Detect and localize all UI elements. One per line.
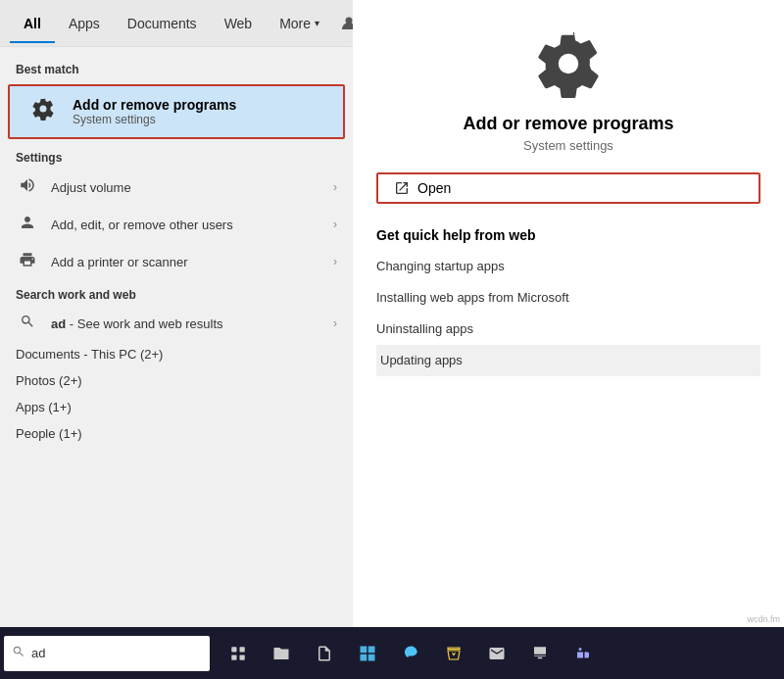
tabs-bar: All Apps Documents Web More ▾ xyxy=(0,0,353,47)
item-label-adjust-volume: Adjust volume xyxy=(51,180,321,195)
best-match-title: Add or remove programs xyxy=(73,97,236,113)
taskbar-search-icon xyxy=(12,645,25,661)
tab-all-label: All xyxy=(24,16,41,31)
open-button[interactable]: Open xyxy=(376,172,760,204)
monitor-btn[interactable] xyxy=(519,636,561,671)
list-item-adjust-volume[interactable]: Adjust volume › xyxy=(0,169,353,206)
mail-btn[interactable] xyxy=(476,636,517,671)
search-web-label: Search work and web xyxy=(0,280,353,306)
open-icon xyxy=(394,180,410,196)
list-item-add-printer[interactable]: Add a printer or scanner › xyxy=(0,243,353,280)
windows-btn[interactable] xyxy=(347,636,388,671)
printer-icon xyxy=(16,251,39,272)
tab-documents[interactable]: Documents xyxy=(114,4,211,43)
tab-more[interactable]: More ▾ xyxy=(266,4,333,43)
tab-web-label: Web xyxy=(224,16,253,31)
left-panel: All Apps Documents Web More ▾ xyxy=(0,0,353,627)
users-icon xyxy=(16,214,39,235)
svg-rect-1 xyxy=(231,647,236,652)
quick-help-item-2[interactable]: Uninstalling apps xyxy=(376,314,760,345)
store-icon xyxy=(445,645,463,662)
search-web-item-label: ad - See work and web results xyxy=(51,316,321,331)
svg-rect-5 xyxy=(361,646,368,653)
search-web-icon xyxy=(16,314,39,333)
gear-icon-small xyxy=(25,96,61,127)
best-match-item[interactable]: Add or remove programs System settings xyxy=(8,84,345,139)
chevron-right-icon: › xyxy=(333,180,337,194)
monitor-icon xyxy=(531,645,549,662)
taskview-icon-btn[interactable] xyxy=(218,636,259,671)
tab-web[interactable]: Web xyxy=(211,4,267,43)
edge-btn[interactable] xyxy=(390,636,431,671)
edge-icon xyxy=(402,645,419,662)
notepad-icon xyxy=(316,645,333,662)
item-label-add-users: Add, edit, or remove other users xyxy=(51,218,321,232)
tab-apps[interactable]: Apps xyxy=(55,4,114,43)
svg-rect-2 xyxy=(240,647,245,652)
teams-icon xyxy=(574,645,592,662)
svg-rect-3 xyxy=(231,655,236,659)
documents-section[interactable]: Documents - This PC (2+) xyxy=(0,341,353,367)
people-section[interactable]: People (1+) xyxy=(0,420,353,447)
taskview-icon xyxy=(229,645,247,662)
best-match-subtitle: System settings xyxy=(73,113,236,126)
detail-title: Add or remove programs xyxy=(376,114,760,134)
search-suffix: - See work and web results xyxy=(66,316,222,331)
chevron-right-icon-4: › xyxy=(333,316,337,330)
taskbar-icons xyxy=(218,636,604,671)
svg-rect-8 xyxy=(368,654,375,660)
left-content: Best match Add or remove programs System… xyxy=(0,47,353,627)
best-match-text: Add or remove programs System settings xyxy=(73,97,236,126)
taskbar-search-box[interactable] xyxy=(4,636,210,671)
file-explorer-btn[interactable] xyxy=(261,636,302,671)
detail-subtitle: System settings xyxy=(376,138,760,153)
watermark: wcdn.fm xyxy=(747,614,780,624)
store-btn[interactable] xyxy=(433,636,474,671)
settings-label: Settings xyxy=(0,143,353,169)
taskbar xyxy=(0,627,784,679)
right-panel: Add or remove programs System settings O… xyxy=(353,0,784,627)
quick-help-item-3[interactable]: Updating apps xyxy=(376,345,760,376)
tab-all[interactable]: All xyxy=(10,4,55,43)
svg-rect-4 xyxy=(240,655,245,659)
svg-rect-7 xyxy=(361,654,368,660)
photos-section[interactable]: Photos (2+) xyxy=(0,367,353,394)
tab-apps-label: Apps xyxy=(69,16,100,31)
quick-help-item-1[interactable]: Installing web apps from Microsoft xyxy=(376,282,760,314)
detail-icon-area xyxy=(376,29,760,98)
chevron-right-icon-2: › xyxy=(333,218,337,231)
apps-section[interactable]: Apps (1+) xyxy=(0,394,353,420)
notepad-btn[interactable] xyxy=(304,636,345,671)
item-label-add-printer: Add a printer or scanner xyxy=(51,255,321,269)
open-btn-label: Open xyxy=(417,180,451,196)
quick-help-item-0[interactable]: Changing startup apps xyxy=(376,251,760,282)
list-item-search-web[interactable]: ad - See work and web results › xyxy=(0,306,353,341)
teams-btn[interactable] xyxy=(563,636,604,671)
chevron-down-icon: ▾ xyxy=(315,18,319,28)
gear-icon-large xyxy=(534,29,603,98)
tab-more-label: More xyxy=(279,16,311,31)
chevron-right-icon-3: › xyxy=(333,255,337,268)
search-term: ad xyxy=(51,316,66,331)
file-explorer-icon xyxy=(272,645,290,662)
quick-help-title: Get quick help from web xyxy=(376,227,760,243)
list-item-add-users[interactable]: Add, edit, or remove other users › xyxy=(0,206,353,243)
mail-icon xyxy=(488,645,506,662)
windows-icon xyxy=(359,645,376,662)
tab-documents-label: Documents xyxy=(127,16,197,31)
best-match-label: Best match xyxy=(0,55,353,80)
volume-icon xyxy=(16,176,39,198)
svg-rect-6 xyxy=(368,646,375,653)
taskbar-search-input[interactable] xyxy=(31,646,202,660)
